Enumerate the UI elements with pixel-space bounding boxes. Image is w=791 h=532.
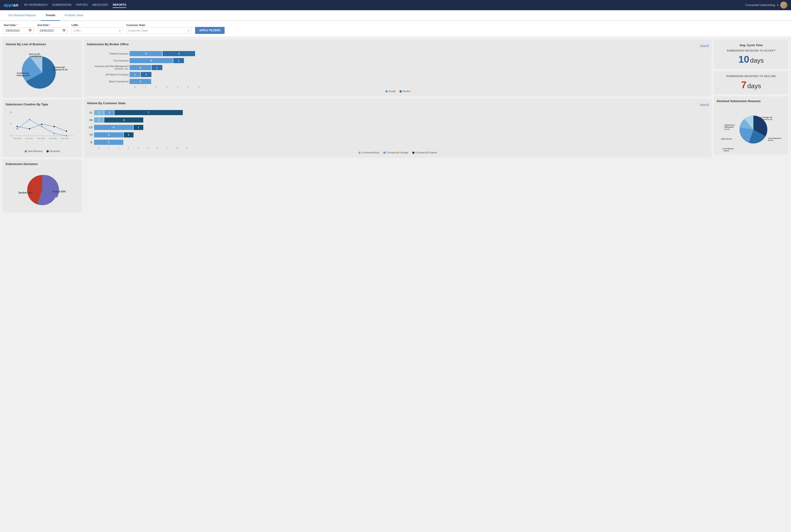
decline-cycle-value: 7 days [718, 79, 785, 91]
svg-text:5: 5 [10, 122, 12, 125]
submission-decisions-card: Submission Decisions [3, 159, 82, 213]
svg-text:Commercial: Commercial [17, 72, 29, 74]
lobs-label: LOBs [72, 24, 123, 26]
user-area: Connected Underwriting ▾ [745, 2, 787, 8]
svg-text:Commercial: Commercial [30, 55, 41, 58]
svg-text:Loss History: Loss History [722, 148, 734, 150]
main-content: Volume By Line of Business Commercial Pr… [0, 40, 791, 215]
table-row: CO 4 1 [87, 125, 709, 130]
table-row: Roberts Insurance 3 3 [87, 51, 709, 56]
filters-bar: Start Date * 03/03/2022 📅 End Date * 03/… [0, 21, 791, 37]
tab-trends[interactable]: Trends [41, 10, 60, 21]
accept-cycle-value: 10 days [718, 54, 785, 65]
svg-point-27 [66, 130, 67, 132]
start-date-value: 03/03/2022 [6, 29, 20, 32]
customer-state-group: Customer State Customer State ▾ [126, 24, 191, 34]
end-date-input[interactable]: 03/03/2023 📅 [38, 27, 68, 34]
svg-text:22.2%: 22.2% [724, 150, 729, 152]
apply-filters-button[interactable]: APPLY FILTERS [195, 27, 225, 34]
declined-reasons-title: Declined Submission Reasons [717, 99, 786, 103]
svg-text:offered 11.1%: offered 11.1% [760, 118, 772, 120]
volume-lob-title: Volume By Line of Business [5, 42, 79, 46]
svg-text:Sep 2022: Sep 2022 [14, 137, 22, 139]
avg-cycle-accept-card: Avg. Cycle Time SUBMISSION RECEIVED TO A… [714, 40, 788, 69]
svg-text:10: 10 [10, 111, 12, 114]
top-navigation: appian MY WORKBENCH SUBMISSIONS PARTIES … [0, 0, 791, 10]
nav-parties[interactable]: PARTIES [76, 2, 88, 8]
tab-bar: On-Demand Reports Trends Portfolio View [0, 10, 791, 21]
svg-text:Property 53.1%: Property 53.1% [53, 69, 68, 71]
broker-office-card: Submission By Broker Office View All Rob… [84, 40, 712, 96]
decline-cycle-label: SUBMISSION RECEIVED TO DECLINE [718, 75, 785, 77]
lobs-group: LOBs LOBs ▾ [72, 24, 123, 34]
svg-text:Oct 2022: Oct 2022 [25, 137, 33, 139]
volume-lob-chart: Commercial Property 53.1% Commercial Pac… [5, 48, 79, 95]
accept-cycle-label: SUBMISSION RECEIVED TO ACCEPT [718, 49, 785, 52]
volume-lob-card: Volume By Line of Business Commercial Pr… [3, 40, 82, 97]
svg-text:Accept 55%: Accept 55% [53, 190, 66, 193]
nav-reports[interactable]: REPORTS [113, 2, 126, 8]
end-date-value: 03/03/2023 [40, 29, 54, 32]
calendar-icon-2[interactable]: 📅 [62, 29, 66, 32]
middle-column: Submission By Broker Office View All Rob… [84, 40, 712, 213]
svg-text:Package 25%: Package 25% [17, 74, 30, 77]
lobs-placeholder: LOBs [74, 29, 80, 32]
table-row: IL 3 [87, 140, 709, 145]
left-column: Volume By Line of Business Commercial Pr… [3, 40, 82, 213]
svg-point-26 [53, 126, 55, 127]
app-logo: appian [4, 3, 19, 8]
customer-state-header: Volume By Customer State View All [87, 101, 709, 107]
lobs-select[interactable]: LOBs ▾ [72, 27, 123, 34]
nav-messages[interactable]: MESSAGES [92, 2, 108, 8]
svg-point-23 [17, 126, 18, 127]
table-row: VA 1 4 [87, 117, 709, 122]
submission-creation-title: Submission Creation By Type [5, 102, 79, 106]
submission-decisions-chart: Decline 45% Accept 55% [5, 168, 79, 210]
svg-point-25 [41, 124, 42, 125]
nav-my-workbench[interactable]: MY WORKBENCH [24, 2, 48, 8]
nav-links: MY WORKBENCH SUBMISSIONS PARTIES MESSAGE… [24, 2, 745, 8]
broker-office-title: Submission By Broker Office [87, 42, 129, 46]
avg-cycle-decline-card: SUBMISSION RECEIVED TO DECLINE 7 days [714, 71, 788, 94]
svg-text:Coverage not: Coverage not [760, 116, 772, 118]
start-date-input[interactable]: 03/03/2022 📅 [4, 27, 34, 34]
svg-point-19 [29, 119, 30, 120]
submission-creation-card: Submission Creation By Type 10 5 0 Sep 2… [3, 100, 82, 157]
declined-reasons-chart: Submission Withdrawn 11.1% Coverage not … [717, 105, 786, 152]
tab-on-demand-reports[interactable]: On-Demand Reports [4, 10, 41, 21]
customer-state-select[interactable]: Customer State ▾ [126, 27, 191, 34]
avg-cycle-title: Avg. Cycle Time [718, 43, 785, 47]
legend-commercial-property: Commercial Property [412, 151, 437, 154]
svg-text:Withdrawn: Withdrawn [724, 126, 734, 128]
customer-state-label: Customer State [126, 24, 191, 26]
start-date-group: Start Date * 03/03/2022 📅 [4, 24, 34, 34]
table-row: TX 3 1 [87, 132, 709, 137]
svg-point-20 [41, 126, 42, 127]
calendar-icon[interactable]: 📅 [28, 29, 32, 32]
customer-state-chart: FL 1 1 7 VA 1 4 CO [87, 109, 709, 155]
svg-text:11.1%: 11.1% [724, 128, 730, 130]
start-date-label: Start Date * [4, 24, 34, 26]
tab-portfolio-view[interactable]: Portfolio View [60, 10, 88, 21]
table-row: Marsh Commercial 2 [87, 79, 709, 84]
svg-text:Auto 21.9%: Auto 21.9% [29, 53, 40, 55]
legend-accept: Accept [385, 90, 396, 93]
right-column: Avg. Cycle Time SUBMISSION RECEIVED TO A… [714, 40, 788, 213]
svg-text:Jan 2023: Jan 2023 [49, 137, 57, 139]
broker-office-chart: Roberts Insurance 3 3 Troy Insurance 4 1 [87, 50, 709, 94]
user-name: Connected Underwriting [745, 3, 775, 7]
chevron-down-icon-2: ▾ [188, 29, 189, 32]
legend-new-business: New Business [25, 150, 42, 152]
svg-text:Submission: Submission [724, 124, 735, 126]
table-row: Troy Insurance 4 1 [87, 58, 709, 63]
submission-creation-legend: New Business Renewals [5, 150, 79, 152]
avatar [780, 2, 787, 8]
svg-point-18 [17, 128, 18, 130]
nav-submissions[interactable]: SUBMISSIONS [52, 2, 72, 8]
customer-state-view-all[interactable]: View All [700, 103, 709, 106]
svg-text:0: 0 [11, 134, 12, 137]
svg-point-22 [66, 135, 67, 136]
broker-office-view-all[interactable]: View All [700, 44, 709, 47]
declined-reasons-card: Declined Submission Reasons [714, 97, 788, 154]
submission-creation-chart: 10 5 0 Sep 2022 Oct 2022 Dec 2022 Jan 20… [5, 108, 79, 154]
